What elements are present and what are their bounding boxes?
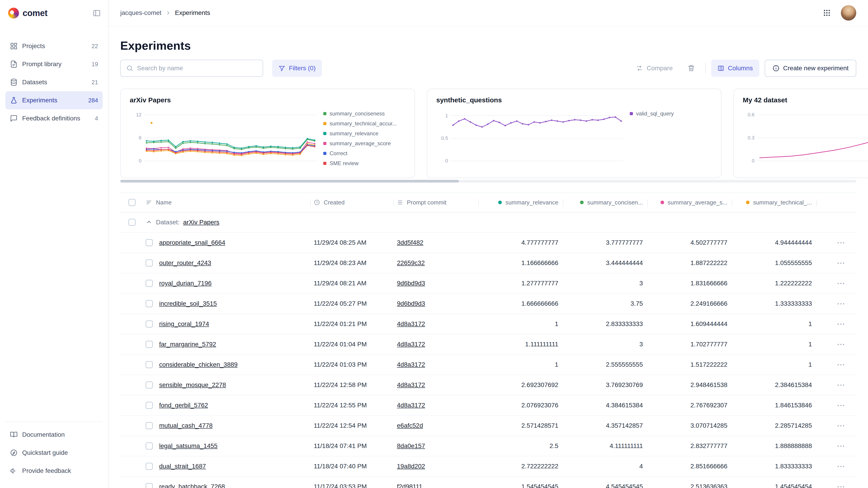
row-checkbox[interactable] [146,239,153,246]
delete-button[interactable] [683,60,700,77]
chart-cards-row[interactable]: arXiv Papers 0612 summary_concisenesssum… [120,89,868,178]
experiment-name-link[interactable]: appropriate_snail_6664 [159,239,225,246]
experiment-name-link[interactable]: dual_strait_1687 [159,463,206,470]
sidebar-item-feedback-definitions[interactable]: Feedback definitions 4 [5,109,103,127]
column-header-summary-average-score[interactable]: summary_average_s... [647,193,732,212]
row-menu-button[interactable] [837,462,845,470]
column-header-summary-relevance[interactable]: summary_relevance [478,193,563,212]
prompt-commit-link[interactable]: 19a8d202 [397,463,425,470]
legend-item[interactable]: summary_average_score [323,140,405,147]
sidebar-item-experiments[interactable]: Experiments 284 [5,91,103,109]
sidebar-item-projects[interactable]: Projects 22 [5,37,103,55]
row-menu-button[interactable] [837,361,845,369]
search-input[interactable] [137,65,257,72]
legend-item[interactable]: summary_technical_accur... [323,120,405,127]
row-menu-button[interactable] [837,300,845,308]
row-menu-button[interactable] [837,320,845,328]
legend-item[interactable]: SME review [323,160,405,167]
experiment-name-link[interactable]: incredible_soil_3515 [159,300,217,307]
table-row[interactable]: incredible_soil_3515 11/22/24 05:27 PM 9… [120,294,856,314]
row-menu-button[interactable] [837,442,845,450]
table-row[interactable]: outer_router_4243 11/29/24 08:23 AM 2265… [120,253,856,273]
experiment-name-link[interactable]: outer_router_4243 [159,259,211,267]
experiment-name-link[interactable]: far_margarine_5792 [159,341,216,348]
chart-card-my-42-dataset[interactable]: My 42 dataset 00.30.6 [733,89,868,178]
column-header-prompt-commit[interactable]: Prompt commit [393,193,478,212]
prompt-commit-link[interactable]: 9d6bd9d3 [397,280,425,287]
legend-item[interactable]: summary_relevance [323,130,405,137]
row-checkbox[interactable] [146,280,153,287]
row-checkbox[interactable] [146,361,153,368]
scrollbar-thumb[interactable] [120,180,459,183]
chart-card-arxiv-papers[interactable]: arXiv Papers 0612 summary_concisenesssum… [120,89,415,178]
row-menu-button[interactable] [837,340,845,348]
select-all-checkbox[interactable] [128,199,135,206]
row-menu-button[interactable] [837,279,845,287]
collapse-group-chevron-icon[interactable] [146,219,152,226]
table-row[interactable]: mutual_cash_4778 11/22/24 12:54 PM e6afc… [120,416,856,436]
row-menu-button[interactable] [837,238,845,247]
column-header-created[interactable]: Created [310,193,393,212]
prompt-commit-link[interactable]: f2d98111 [397,483,423,488]
table-row[interactable]: considerable_chicken_3889 11/22/24 01:03… [120,355,856,375]
prompt-commit-link[interactable]: 4d8a3172 [397,320,425,327]
table-row[interactable]: rising_coral_1974 11/22/24 01:21 PM 4d8a… [120,314,856,334]
prompt-commit-link[interactable]: 3dd5f482 [397,239,423,246]
row-menu-button[interactable] [837,381,845,389]
experiment-name-link[interactable]: considerable_chicken_3889 [159,361,238,368]
row-checkbox[interactable] [146,259,153,267]
filters-button[interactable]: Filters (0) [272,60,322,77]
experiment-name-link[interactable]: rising_coral_1974 [159,320,209,328]
columns-button[interactable]: Columns [711,60,759,77]
row-menu-button[interactable] [837,401,845,410]
experiment-name-link[interactable]: legal_satsuma_1455 [159,442,217,450]
prompt-commit-link[interactable]: 4d8a3172 [397,402,425,409]
table-row[interactable]: dual_strait_1687 11/18/24 07:40 PM 19a8d… [120,456,856,477]
prompt-commit-link[interactable]: 4d8a3172 [397,381,425,388]
table-row[interactable]: royal_durian_7196 11/29/24 08:21 AM 9d6b… [120,273,856,294]
experiment-name-link[interactable]: ready_hatchback_7268 [159,483,225,488]
prompt-commit-link[interactable]: e6afc52d [397,422,423,429]
row-checkbox[interactable] [146,483,153,488]
legend-item[interactable]: Correct [323,150,405,157]
table-row[interactable]: far_margarine_5792 11/22/24 01:04 PM 4d8… [120,334,856,355]
table-row[interactable]: appropriate_snail_6664 11/29/24 08:25 AM… [120,233,856,253]
legend-item[interactable]: valid_sql_query [630,110,712,117]
row-menu-button[interactable] [837,259,845,267]
row-checkbox[interactable] [146,422,153,429]
sidebar-item-documentation[interactable]: Documentation [5,426,103,444]
collapse-sidebar-icon[interactable] [93,9,101,17]
experiment-name-link[interactable]: sensible_mosque_2278 [159,381,226,389]
breadcrumb-project[interactable]: jacques-comet [120,9,161,17]
apps-grid-icon[interactable] [823,9,831,17]
experiment-name-link[interactable]: royal_durian_7196 [159,280,212,287]
prompt-commit-link[interactable]: 9d6bd9d3 [397,300,425,307]
column-header-summary-technical-accuracy[interactable]: summary_technical_... [732,193,816,212]
row-checkbox[interactable] [146,381,153,389]
legend-item[interactable]: summary_conciseness [323,110,405,117]
comet-logo[interactable]: comet [8,8,48,19]
sort-menu-icon[interactable] [146,199,152,206]
sidebar-item-datasets[interactable]: Datasets 21 [5,73,103,91]
table-row[interactable]: fond_gerbil_5762 11/22/24 12:55 PM 4d8a3… [120,395,856,416]
row-menu-button[interactable] [837,422,845,430]
row-checkbox[interactable] [146,442,153,450]
row-checkbox[interactable] [146,402,153,409]
horizontal-scrollbar[interactable] [120,180,856,183]
group-checkbox[interactable] [128,219,135,226]
prompt-commit-link[interactable]: 4d8a3172 [397,341,425,348]
prompt-commit-link[interactable]: 4d8a3172 [397,361,425,368]
sidebar-item-prompt-library[interactable]: Prompt library 19 [5,55,103,73]
create-new-experiment-button[interactable]: Create new experiment [765,60,856,77]
column-header-summary-conciseness[interactable]: summary_concisen... [563,193,647,212]
dataset-link[interactable]: arXiv Papers [183,219,219,226]
table-row[interactable]: ready_hatchback_7268 11/17/24 03:53 PM f… [120,477,856,488]
column-header-name[interactable]: Name [142,193,310,212]
chart-card-synthetic-questions[interactable]: synthetic_questions 00.51 valid_sql_quer… [427,89,721,178]
experiment-name-link[interactable]: fond_gerbil_5762 [159,402,208,409]
row-menu-button[interactable] [837,483,845,488]
sidebar-item-provide-feedback[interactable]: Provide feedback [5,462,103,480]
row-checkbox[interactable] [146,341,153,348]
prompt-commit-link[interactable]: 22659c32 [397,259,425,266]
table-row[interactable]: legal_satsuma_1455 11/18/24 07:41 PM 8da… [120,436,856,456]
